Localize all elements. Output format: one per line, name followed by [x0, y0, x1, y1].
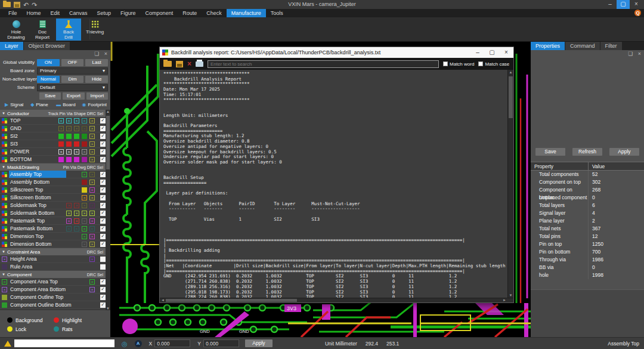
filter-footprint-button[interactable]: ◉Footprint: [80, 102, 107, 107]
doc-report-button[interactable]: DocReport: [30, 18, 55, 41]
visibility-cell[interactable]: ×: [89, 195, 95, 200]
dialog-minimize-button[interactable]: –: [470, 47, 485, 58]
scroll-right-icon[interactable]: ►: [503, 298, 506, 302]
visibility-cell[interactable]: ×: [82, 118, 87, 123]
visibility-cell[interactable]: [74, 157, 79, 162]
visibility-cell[interactable]: ×: [66, 211, 72, 216]
coord-x-input[interactable]: [154, 339, 190, 347]
tab-layer[interactable]: Layer: [0, 42, 23, 50]
visibility-cell[interactable]: [82, 157, 87, 162]
layer-select-checkbox[interactable]: ✓: [100, 211, 106, 216]
visibility-cell[interactable]: ×: [58, 126, 64, 131]
layer-row-component-outline-bottom[interactable]: Component Outline Bottom✓: [0, 301, 110, 309]
layer-select-checkbox[interactable]: ✓: [100, 157, 106, 162]
dialog-titlebar[interactable]: Backdrill analysis report: C:/Users/HS/A…: [160, 47, 513, 58]
visibility-cell[interactable]: ×: [89, 149, 95, 155]
non-active-layer-normal-button[interactable]: Normal: [37, 76, 60, 83]
menu-item-figure[interactable]: Figure: [116, 9, 141, 17]
back-drill-button[interactable]: BackDrill: [56, 18, 81, 41]
visibility-cell[interactable]: ×: [82, 126, 87, 131]
visibility-cell[interactable]: ×: [82, 211, 87, 216]
refresh-button[interactable]: Refresh: [572, 148, 602, 156]
visibility-cell[interactable]: [74, 134, 79, 139]
visibility-cell[interactable]: ×: [89, 242, 95, 247]
layer-row-pastemask-top[interactable]: Pastemask Top××××✓: [0, 217, 110, 225]
scroll-down-icon[interactable]: ▼: [106, 307, 110, 310]
visibility-cell[interactable]: ×: [82, 218, 87, 224]
origin-icon[interactable]: A: [135, 340, 142, 347]
scroll-left-icon[interactable]: ◄: [161, 298, 165, 302]
match-case-option[interactable]: Match case: [478, 61, 509, 67]
layer-row-component-area-top[interactable]: ×Component Area Top×✓: [0, 278, 110, 286]
layer-select-checkbox[interactable]: ✓: [100, 295, 106, 300]
report-text-area[interactable]: ******************************** Backdri…: [160, 70, 507, 298]
menu-item-file[interactable]: File: [4, 9, 22, 17]
visibility-cell[interactable]: ×: [89, 172, 95, 177]
visibility-cell[interactable]: [82, 141, 87, 147]
snap-icon[interactable]: ◎: [122, 340, 128, 347]
thieving-button[interactable]: Thieving: [82, 18, 107, 41]
visibility-cell[interactable]: ×: [66, 149, 72, 155]
visibility-cell[interactable]: ×: [89, 187, 95, 193]
layer-row-bottom[interactable]: BOTTOM×✓: [0, 156, 110, 163]
tab-object-browser[interactable]: Object Browser: [24, 42, 70, 50]
layer-row-si2[interactable]: SI2×✓: [0, 132, 110, 140]
visibility-cell[interactable]: [74, 141, 79, 147]
layer-select-checkbox[interactable]: ✓: [100, 226, 106, 231]
menu-item-manufacture[interactable]: Manufacture: [227, 9, 266, 17]
section-collapse-icon[interactable]: ▼: [2, 165, 5, 169]
menu-item-component[interactable]: Component: [141, 9, 178, 17]
layer-select-checkbox[interactable]: ✓: [100, 172, 106, 177]
menu-item-edit[interactable]: Edit: [46, 9, 65, 17]
layer-row-rule-area[interactable]: Rule Area: [0, 263, 110, 271]
visibility-cell[interactable]: ×: [82, 203, 87, 208]
visibility-cell[interactable]: ×: [2, 279, 7, 285]
save-report-icon[interactable]: [176, 61, 183, 67]
maximize-button[interactable]: ▢: [617, 0, 630, 9]
scrollbar-thumb[interactable]: [166, 299, 297, 302]
menu-item-home[interactable]: Home: [22, 9, 46, 17]
visibility-cell[interactable]: ×: [82, 195, 87, 200]
visibility-cell[interactable]: [66, 134, 72, 139]
dialog-maximize-button[interactable]: ▢: [485, 47, 499, 58]
visibility-cell[interactable]: ×: [74, 226, 79, 231]
menu-item-canvas[interactable]: Canvas: [64, 9, 92, 17]
section-collapse-icon[interactable]: ▼: [2, 273, 5, 276]
visibility-cell[interactable]: [82, 180, 87, 185]
layer-row-silkscreen-bottom[interactable]: Silkscreen Bottom××✓: [0, 194, 110, 202]
visibility-cell[interactable]: [82, 134, 87, 139]
visibility-cell[interactable]: [2, 302, 7, 308]
section-header-constraint-area[interactable]: ▼Constraint AreaDRC Sel: [0, 248, 110, 255]
report-horizontal-scrollbar[interactable]: ◄ ►: [160, 298, 513, 302]
layer-select-checkbox[interactable]: ✓: [100, 195, 106, 200]
layer-row-component-area-bottom[interactable]: ×Component Area Bottom×✓: [0, 286, 110, 294]
section-collapse-icon[interactable]: ▼: [2, 250, 5, 254]
layer-select-checkbox[interactable]: ✓: [100, 141, 106, 147]
visibility-cell[interactable]: ×: [58, 149, 64, 155]
layer-select-checkbox[interactable]: ✓: [100, 149, 106, 155]
tab-command[interactable]: Command: [565, 42, 600, 50]
visibility-cell[interactable]: [58, 134, 64, 139]
layer-select-checkbox[interactable]: ✓: [100, 187, 106, 193]
layer-row-height-area[interactable]: ×Height Area×: [0, 255, 110, 263]
visibility-cell[interactable]: ×: [89, 126, 95, 131]
layer-row-silkscreen-top[interactable]: Silkscreen Top×✓: [0, 186, 110, 194]
tab-filter[interactable]: Filter: [600, 42, 622, 50]
menu-item-tools[interactable]: Tools: [266, 9, 288, 17]
search-input[interactable]: [208, 60, 439, 68]
layer-row-soldermask-bottom[interactable]: Soldermask Bottom××××✓: [0, 209, 110, 217]
global-visibility-on-button[interactable]: ON: [37, 59, 60, 66]
layer-select-checkbox[interactable]: ✓: [100, 134, 106, 139]
layer-select-checkbox[interactable]: [100, 257, 106, 262]
apply-button[interactable]: Apply: [245, 339, 273, 347]
global-visibility-off-button[interactable]: OFF: [61, 59, 84, 66]
match-word-option[interactable]: Match word: [443, 61, 474, 67]
visibility-cell[interactable]: ×: [82, 226, 87, 231]
visibility-cell[interactable]: [58, 141, 64, 147]
layer-row-dimension-bottom[interactable]: Dimension Bottom××✓: [0, 240, 110, 248]
visibility-cell[interactable]: ×: [89, 226, 95, 231]
section-collapse-icon[interactable]: ▼: [2, 112, 5, 115]
visibility-cell[interactable]: ×: [89, 118, 95, 123]
layer-select-checkbox[interactable]: ✓: [100, 203, 106, 208]
filter-board-button[interactable]: ▬Board: [55, 102, 79, 107]
